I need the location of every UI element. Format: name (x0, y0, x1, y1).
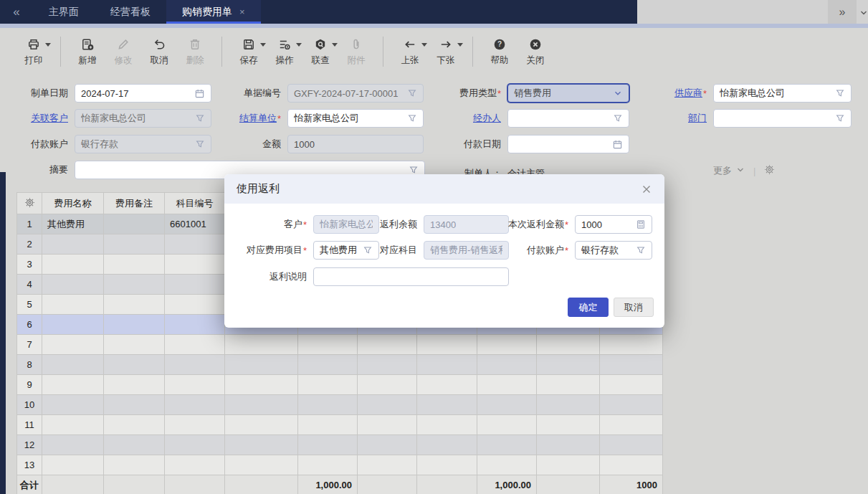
toolbar-button-operate[interactable]: 操作 (268, 37, 301, 67)
grid-cell[interactable] (358, 435, 417, 455)
toolbar-button-next-doc[interactable]: 下张 (429, 37, 462, 67)
grid-cell[interactable] (417, 415, 477, 435)
toolbar-button-cancel[interactable]: 取消 (143, 37, 176, 67)
grid-column-header[interactable]: 科目编号 (165, 193, 225, 214)
grid-cell[interactable] (358, 395, 417, 415)
grid-cell[interactable] (42, 295, 104, 315)
row-number[interactable]: 9 (17, 375, 42, 395)
department-label[interactable]: 部门 (634, 112, 713, 125)
grid-cell[interactable]: 6601001 (165, 214, 225, 234)
row-number[interactable]: 1 (17, 214, 42, 234)
expense-type-select[interactable]: 销售费用 (507, 84, 629, 103)
funnel-icon[interactable] (407, 88, 417, 98)
grid-cell[interactable] (165, 455, 225, 475)
grid-cell[interactable] (165, 315, 225, 335)
grid-cell[interactable] (165, 395, 225, 415)
ok-button[interactable]: 确定 (568, 298, 609, 317)
grid-cell[interactable] (104, 415, 165, 435)
row-number[interactable]: 13 (17, 455, 42, 475)
grid-cell[interactable] (104, 335, 165, 355)
expand-tabs-icon[interactable]: » (828, 0, 857, 24)
rebate-note-input[interactable] (313, 267, 509, 286)
left-collapsed-panel[interactable] (0, 172, 6, 494)
grid-cell[interactable] (165, 415, 225, 435)
department-input[interactable] (713, 109, 852, 128)
grid-cell[interactable] (417, 395, 477, 415)
grid-cell[interactable] (477, 435, 537, 455)
grid-column-header[interactable]: 费用名称 (42, 193, 104, 214)
dropdown-caret-icon[interactable] (45, 43, 51, 49)
expense-item-input[interactable]: 其他费用 (313, 241, 379, 260)
collapse-tabs-icon[interactable]: « (0, 0, 33, 24)
tab-dashboard[interactable]: 经营看板 (95, 0, 166, 24)
grid-cell[interactable] (104, 214, 165, 234)
row-number[interactable]: 12 (17, 435, 42, 455)
grid-cell[interactable] (104, 255, 165, 275)
related-customer-label[interactable]: 关联客户 (13, 112, 75, 125)
grid-cell[interactable] (537, 395, 600, 415)
calendar-icon[interactable] (194, 88, 205, 99)
grid-cell[interactable] (104, 395, 165, 415)
grid-cell[interactable] (600, 455, 663, 475)
grid-cell[interactable] (477, 415, 537, 435)
chevron-down-icon[interactable] (613, 88, 623, 98)
grid-cell[interactable] (298, 335, 358, 355)
grid-cell[interactable] (104, 455, 165, 475)
grid-cell[interactable] (358, 355, 417, 375)
grid-cell[interactable] (42, 455, 104, 475)
dropdown-caret-icon[interactable] (260, 43, 266, 49)
funnel-icon[interactable] (613, 113, 623, 123)
grid-cell[interactable] (600, 415, 663, 435)
grid-cell[interactable] (225, 415, 298, 435)
grid-cell[interactable] (358, 455, 417, 475)
grid-cell[interactable] (42, 355, 104, 375)
calculator-icon[interactable] (636, 219, 646, 229)
tab-overflow-icon[interactable] (859, 7, 868, 16)
grid-cell[interactable] (225, 395, 298, 415)
toolbar-button-print[interactable]: 打印 (17, 37, 50, 67)
grid-cell[interactable] (358, 375, 417, 395)
grid-cell[interactable] (42, 234, 104, 255)
dropdown-caret-icon[interactable] (457, 43, 463, 49)
grid-cell[interactable] (600, 435, 663, 455)
grid-cell[interactable] (104, 295, 165, 315)
row-number[interactable]: 7 (17, 335, 42, 355)
tab-expense-doc[interactable]: 购销费用单 × (166, 0, 261, 24)
grid-cell[interactable] (537, 375, 600, 395)
funnel-icon[interactable] (636, 245, 646, 255)
grid-settings-gear-icon[interactable] (17, 193, 42, 214)
supplier-input[interactable]: 怡新家电总公司 (713, 84, 852, 103)
grid-cell[interactable] (165, 335, 225, 355)
grid-cell[interactable] (358, 335, 417, 355)
funnel-icon[interactable] (409, 165, 419, 175)
funnel-icon[interactable] (363, 245, 373, 255)
grid-cell[interactable] (165, 255, 225, 275)
row-number[interactable]: 5 (17, 295, 42, 315)
dropdown-caret-icon[interactable] (296, 43, 302, 49)
tab-close-icon[interactable]: × (239, 7, 245, 16)
funnel-icon[interactable] (835, 88, 845, 98)
grid-cell[interactable] (417, 375, 477, 395)
toolbar-button-add[interactable]: 新增 (71, 37, 104, 67)
payment-date-input[interactable] (507, 135, 629, 153)
row-number[interactable]: 10 (17, 395, 42, 415)
grid-cell[interactable] (477, 375, 537, 395)
grid-cell[interactable] (298, 415, 358, 435)
more-button[interactable]: 更多 (713, 164, 732, 177)
grid-cell[interactable] (298, 435, 358, 455)
grid-cell[interactable] (477, 335, 537, 355)
grid-column-header[interactable]: 费用备注 (104, 193, 165, 214)
funnel-icon[interactable] (835, 113, 845, 123)
grid-cell[interactable] (104, 355, 165, 375)
grid-cell[interactable] (225, 375, 298, 395)
toolbar-button-help[interactable]: ?帮助 (483, 37, 516, 67)
grid-cell[interactable] (165, 275, 225, 295)
toolbar-button-linked-query[interactable]: 联查 (304, 37, 337, 67)
toolbar-button-save[interactable]: 保存 (232, 37, 265, 67)
grid-cell[interactable] (417, 455, 477, 475)
row-number[interactable]: 6 (17, 315, 42, 335)
grid-cell[interactable] (42, 335, 104, 355)
grid-cell[interactable] (600, 335, 663, 355)
dialog-close-icon[interactable] (641, 184, 652, 195)
grid-cell[interactable]: 其他费用 (42, 214, 104, 234)
